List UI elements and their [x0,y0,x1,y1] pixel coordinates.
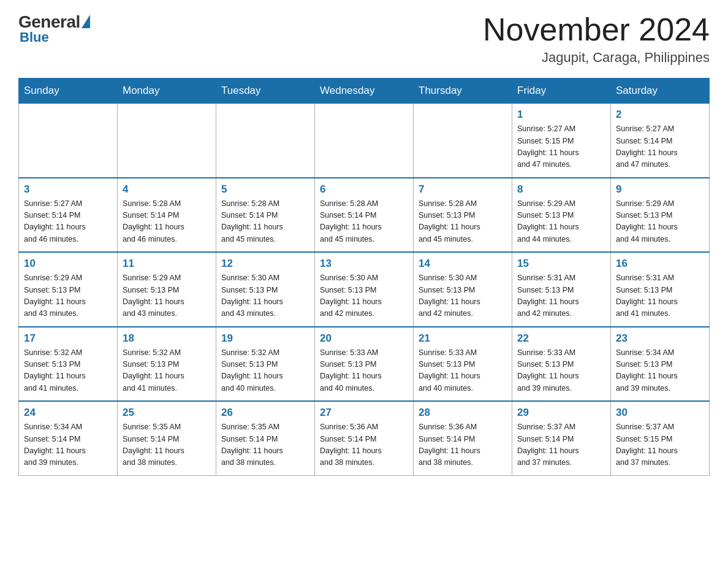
day-info: Sunrise: 5:32 AM Sunset: 5:13 PM Dayligh… [221,347,309,395]
day-number: 17 [24,332,112,345]
day-number: 2 [616,109,704,121]
day-number: 5 [221,183,309,196]
day-number: 9 [616,183,704,196]
calendar-week-row: 1Sunrise: 5:27 AM Sunset: 5:15 PM Daylig… [19,104,710,178]
calendar-cell: 12Sunrise: 5:30 AM Sunset: 5:13 PM Dayli… [216,252,315,327]
day-number: 18 [123,332,211,345]
weekday-header-friday: Friday [512,79,611,104]
day-number: 20 [320,332,408,345]
day-number: 26 [221,407,309,419]
day-info: Sunrise: 5:31 AM Sunset: 5:13 PM Dayligh… [616,272,704,320]
day-number: 14 [419,258,507,270]
calendar-cell: 15Sunrise: 5:31 AM Sunset: 5:13 PM Dayli… [512,252,611,327]
day-info: Sunrise: 5:29 AM Sunset: 5:13 PM Dayligh… [616,198,704,246]
day-info: Sunrise: 5:28 AM Sunset: 5:13 PM Dayligh… [419,198,507,246]
day-info: Sunrise: 5:27 AM Sunset: 5:14 PM Dayligh… [24,198,112,246]
calendar-cell: 23Sunrise: 5:34 AM Sunset: 5:13 PM Dayli… [611,327,710,402]
day-info: Sunrise: 5:30 AM Sunset: 5:13 PM Dayligh… [419,272,507,320]
weekday-header-saturday: Saturday [611,79,710,104]
title-section: November 2024 Jagupit, Caraga, Philippin… [483,12,710,66]
day-info: Sunrise: 5:32 AM Sunset: 5:13 PM Dayligh… [123,347,211,395]
calendar-cell: 2Sunrise: 5:27 AM Sunset: 5:14 PM Daylig… [611,104,710,178]
day-info: Sunrise: 5:37 AM Sunset: 5:14 PM Dayligh… [517,421,605,469]
calendar-cell: 19Sunrise: 5:32 AM Sunset: 5:13 PM Dayli… [216,327,315,402]
day-info: Sunrise: 5:29 AM Sunset: 5:13 PM Dayligh… [517,198,605,246]
day-info: Sunrise: 5:28 AM Sunset: 5:14 PM Dayligh… [123,198,211,246]
calendar-cell [118,104,216,178]
day-number: 8 [517,183,605,196]
day-number: 4 [123,183,211,196]
day-info: Sunrise: 5:27 AM Sunset: 5:15 PM Dayligh… [517,123,605,171]
weekday-header-tuesday: Tuesday [216,79,315,104]
calendar-cell: 8Sunrise: 5:29 AM Sunset: 5:13 PM Daylig… [512,178,611,253]
day-number: 12 [221,258,309,270]
weekday-header-wednesday: Wednesday [315,79,414,104]
day-info: Sunrise: 5:33 AM Sunset: 5:13 PM Dayligh… [320,347,408,395]
day-info: Sunrise: 5:33 AM Sunset: 5:13 PM Dayligh… [419,347,507,395]
calendar-cell: 22Sunrise: 5:33 AM Sunset: 5:13 PM Dayli… [512,327,611,402]
calendar-cell: 6Sunrise: 5:28 AM Sunset: 5:14 PM Daylig… [315,178,414,253]
day-info: Sunrise: 5:30 AM Sunset: 5:13 PM Dayligh… [221,272,309,320]
day-number: 22 [517,332,605,345]
page-header: General Blue November 2024 Jagupit, Cara… [18,12,710,66]
day-info: Sunrise: 5:35 AM Sunset: 5:14 PM Dayligh… [221,421,309,469]
calendar-header-row: SundayMondayTuesdayWednesdayThursdayFrid… [19,79,710,104]
calendar-week-row: 3Sunrise: 5:27 AM Sunset: 5:14 PM Daylig… [19,178,710,253]
day-info: Sunrise: 5:36 AM Sunset: 5:14 PM Dayligh… [320,421,408,469]
day-number: 23 [616,332,704,345]
calendar-cell: 20Sunrise: 5:33 AM Sunset: 5:13 PM Dayli… [315,327,414,402]
day-info: Sunrise: 5:35 AM Sunset: 5:14 PM Dayligh… [123,421,211,469]
calendar-cell: 3Sunrise: 5:27 AM Sunset: 5:14 PM Daylig… [19,178,118,253]
day-info: Sunrise: 5:29 AM Sunset: 5:13 PM Dayligh… [123,272,211,320]
day-number: 10 [24,258,112,270]
day-info: Sunrise: 5:34 AM Sunset: 5:14 PM Dayligh… [24,421,112,469]
calendar-cell: 17Sunrise: 5:32 AM Sunset: 5:13 PM Dayli… [19,327,118,402]
month-title: November 2024 [483,12,710,47]
calendar-cell [315,104,414,178]
day-number: 25 [123,407,211,419]
day-info: Sunrise: 5:37 AM Sunset: 5:15 PM Dayligh… [616,421,704,469]
calendar-cell: 25Sunrise: 5:35 AM Sunset: 5:14 PM Dayli… [118,401,216,475]
calendar-cell: 1Sunrise: 5:27 AM Sunset: 5:15 PM Daylig… [512,104,611,178]
day-info: Sunrise: 5:28 AM Sunset: 5:14 PM Dayligh… [221,198,309,246]
day-info: Sunrise: 5:36 AM Sunset: 5:14 PM Dayligh… [419,421,507,469]
calendar-week-row: 24Sunrise: 5:34 AM Sunset: 5:14 PM Dayli… [19,401,710,475]
location-label: Jagupit, Caraga, Philippines [483,50,710,66]
calendar-cell: 27Sunrise: 5:36 AM Sunset: 5:14 PM Dayli… [315,401,414,475]
calendar-cell: 16Sunrise: 5:31 AM Sunset: 5:13 PM Dayli… [611,252,710,327]
day-info: Sunrise: 5:32 AM Sunset: 5:13 PM Dayligh… [24,347,112,395]
calendar-cell: 24Sunrise: 5:34 AM Sunset: 5:14 PM Dayli… [19,401,118,475]
calendar-cell: 30Sunrise: 5:37 AM Sunset: 5:15 PM Dayli… [611,401,710,475]
calendar-cell [19,104,118,178]
calendar-cell [414,104,512,178]
logo-blue-text: Blue [20,29,49,45]
calendar-cell: 4Sunrise: 5:28 AM Sunset: 5:14 PM Daylig… [118,178,216,253]
day-info: Sunrise: 5:33 AM Sunset: 5:13 PM Dayligh… [517,347,605,395]
day-number: 27 [320,407,408,419]
day-number: 28 [419,407,507,419]
day-number: 30 [616,407,704,419]
calendar-cell: 18Sunrise: 5:32 AM Sunset: 5:13 PM Dayli… [118,327,216,402]
day-number: 3 [24,183,112,196]
weekday-header-monday: Monday [118,79,216,104]
day-number: 15 [517,258,605,270]
calendar-cell: 21Sunrise: 5:33 AM Sunset: 5:13 PM Dayli… [414,327,512,402]
calendar-cell: 26Sunrise: 5:35 AM Sunset: 5:14 PM Dayli… [216,401,315,475]
logo: General Blue [18,12,90,45]
day-number: 21 [419,332,507,345]
calendar-cell: 10Sunrise: 5:29 AM Sunset: 5:13 PM Dayli… [19,252,118,327]
logo-triangle-icon [82,15,90,28]
calendar-cell: 9Sunrise: 5:29 AM Sunset: 5:13 PM Daylig… [611,178,710,253]
calendar-cell: 13Sunrise: 5:30 AM Sunset: 5:13 PM Dayli… [315,252,414,327]
calendar-cell: 5Sunrise: 5:28 AM Sunset: 5:14 PM Daylig… [216,178,315,253]
calendar-week-row: 17Sunrise: 5:32 AM Sunset: 5:13 PM Dayli… [19,327,710,402]
calendar-cell [216,104,315,178]
day-number: 6 [320,183,408,196]
calendar-table: SundayMondayTuesdayWednesdayThursdayFrid… [18,78,710,476]
weekday-header-sunday: Sunday [19,79,118,104]
calendar-cell: 11Sunrise: 5:29 AM Sunset: 5:13 PM Dayli… [118,252,216,327]
day-number: 7 [419,183,507,196]
day-info: Sunrise: 5:34 AM Sunset: 5:13 PM Dayligh… [616,347,704,395]
day-number: 29 [517,407,605,419]
calendar-cell: 14Sunrise: 5:30 AM Sunset: 5:13 PM Dayli… [414,252,512,327]
